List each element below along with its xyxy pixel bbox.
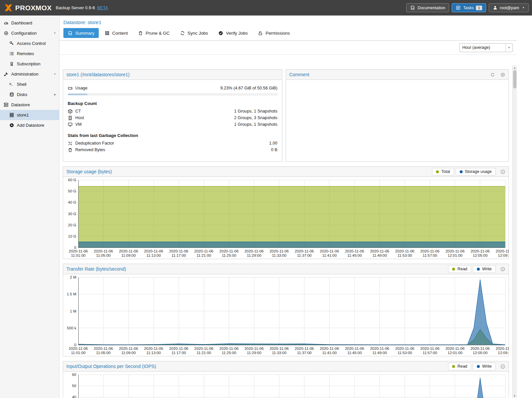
svg-text:11:29:00: 11:29:00: [247, 351, 261, 355]
gc-row-dedup: Deduplication Factor 1.00: [68, 140, 277, 146]
sidebar-item-access-control[interactable]: Access Control: [0, 38, 59, 49]
svg-text:11:53:00: 11:53:00: [398, 253, 412, 257]
svg-text:12:01:00: 12:01:00: [447, 253, 462, 257]
legend-dot: [477, 365, 480, 368]
comment-body[interactable]: [286, 80, 509, 161]
svg-text:11:41:00: 11:41:00: [322, 351, 337, 355]
collapse-icon[interactable]: [500, 169, 505, 174]
user-menu-button[interactable]: root@pam ▼: [489, 3, 529, 12]
legend-item-storage-usage[interactable]: Storage usage: [456, 168, 496, 176]
svg-text:2020-11-06: 2020-11-06: [194, 249, 213, 253]
storage-icon: [9, 113, 14, 117]
svg-text:2020-11-06: 2020-11-06: [496, 347, 509, 350]
beta-link[interactable]: BETA: [97, 5, 108, 10]
collapse-icon[interactable]: [500, 364, 505, 369]
tab-label: Sync Jobs: [188, 31, 208, 36]
svg-text:30 G: 30 G: [68, 212, 76, 216]
scroll-area: store1 (/mnt/datastores/store1) Usage 9.…: [59, 65, 512, 398]
legend-item-write[interactable]: Write: [473, 265, 496, 273]
svg-text:2020-11-06: 2020-11-06: [94, 347, 113, 350]
sidebar-item-datastore[interactable]: Datastore: [0, 100, 59, 110]
svg-text:11:45:00: 11:45:00: [347, 351, 362, 355]
collapse-icon[interactable]: [500, 267, 505, 272]
svg-text:2020-11-06: 2020-11-06: [269, 249, 289, 253]
vertical-scrollbar: ▲ ▼: [512, 65, 517, 398]
timeframe-select[interactable]: Hour (average) ▼: [459, 43, 513, 52]
sidebar-item-label: Shell: [17, 82, 26, 87]
tab-content[interactable]: Content: [100, 28, 132, 38]
iops-title: Input/Output Operations per Second (IOPS…: [66, 364, 156, 369]
count-label: CT: [75, 108, 81, 114]
sidebar-item-store1[interactable]: store1: [0, 110, 59, 120]
sidebar-item-administration[interactable]: Administration ▼: [0, 69, 59, 79]
svg-text:40 G: 40 G: [68, 200, 76, 204]
svg-text:2020-11-06: 2020-11-06: [169, 347, 188, 350]
sidebar-item-subscription[interactable]: Subscription: [0, 59, 59, 69]
expanded-caret-icon[interactable]: ▼: [53, 32, 56, 35]
sidebar-item-shell[interactable]: >_ Shell: [0, 79, 59, 89]
gc-value: 0 B: [271, 147, 277, 153]
sidebar-item-add-datastore[interactable]: Add Datastore: [0, 120, 59, 130]
svg-text:12:05:00: 12:05:00: [473, 351, 488, 355]
reload-icon[interactable]: [490, 72, 495, 77]
compress-icon: [68, 141, 73, 146]
sidebar-item-configuration[interactable]: Configuration ▼: [0, 28, 59, 38]
svg-text:500 k: 500 k: [67, 326, 76, 330]
backup-count-title: Backup Count: [68, 101, 277, 106]
svg-text:2020-11-06: 2020-11-06: [370, 347, 389, 350]
sidebar-item-label: Remotes: [17, 51, 34, 56]
tab-prune-gc[interactable]: Prune & GC: [134, 28, 174, 38]
store-panel-title: store1 (/mnt/datastores/store1): [66, 72, 129, 77]
page-title: Datastore: store1: [59, 16, 517, 26]
tab-verify-jobs[interactable]: Verify Jobs: [214, 28, 252, 38]
sidebar-item-disks[interactable]: Disks ▶: [0, 89, 59, 100]
legend-label: Write: [482, 364, 492, 369]
documentation-button[interactable]: Documentation: [406, 3, 449, 12]
svg-text:50 G: 50 G: [68, 189, 76, 193]
svg-text:2020-11-06: 2020-11-06: [370, 249, 389, 253]
chevron-down-icon[interactable]: ▼: [505, 44, 513, 52]
svg-text:11:21:00: 11:21:00: [196, 253, 211, 257]
iops-chart: 01020304050602020-11-0611:01:002020-11-0…: [63, 372, 509, 398]
legend-item-write[interactable]: Write: [473, 363, 496, 370]
tab-bar: Summary Content Prune & GC Sync Jobs: [59, 26, 517, 41]
legend-dot: [477, 268, 480, 271]
book-icon: [68, 31, 73, 36]
scroll-thumb[interactable]: [513, 70, 516, 88]
tab-permissions[interactable]: Permissions: [254, 28, 294, 38]
svg-text:11:29:00: 11:29:00: [247, 253, 261, 257]
grid-icon: [105, 31, 110, 36]
scroll-down-arrow[interactable]: ▼: [513, 393, 517, 398]
legend-item-read[interactable]: Read: [448, 265, 471, 273]
tab-sync-jobs[interactable]: Sync Jobs: [176, 28, 212, 38]
svg-text:12:01:00: 12:01:00: [447, 351, 462, 355]
legend-item-total[interactable]: Total: [432, 168, 454, 176]
count-label: VM: [75, 121, 82, 127]
svg-text:50: 50: [72, 384, 76, 388]
svg-text:2020-11-06: 2020-11-06: [69, 347, 88, 350]
legend-item-read[interactable]: Read: [448, 363, 471, 370]
scroll-up-arrow[interactable]: ▲: [513, 65, 517, 70]
check-circle-icon: [218, 31, 223, 36]
svg-text:2020-11-06: 2020-11-06: [420, 347, 440, 350]
brand-wordmark: PROXMOX: [15, 4, 52, 12]
sidebar-item-dashboard[interactable]: Dashboard: [0, 18, 59, 28]
gear-icon[interactable]: [500, 72, 505, 77]
gc-row-removed: Removed Bytes 0 B: [68, 147, 277, 153]
svg-text:2020-11-06: 2020-11-06: [345, 249, 364, 253]
svg-text:2020-11-06: 2020-11-06: [471, 347, 490, 350]
tab-summary[interactable]: Summary: [63, 28, 99, 38]
tasks-button[interactable]: Tasks 1: [452, 3, 486, 12]
collapsed-caret-icon[interactable]: ▶: [54, 93, 56, 96]
svg-text:11:53:00: 11:53:00: [398, 351, 412, 355]
count-row-host: Host 2 Groups, 3 Snapshots: [68, 115, 277, 121]
header-actions: Documentation Tasks 1 root@pam ▼: [406, 3, 532, 12]
user-icon: [493, 5, 498, 10]
sidebar-item-label: Dashboard: [11, 20, 32, 25]
sidebar-item-label: Disks: [17, 92, 27, 97]
sidebar-item-remotes[interactable]: Remotes: [0, 49, 59, 59]
expanded-caret-icon[interactable]: ▼: [53, 73, 56, 76]
svg-text:11:37:00: 11:37:00: [297, 351, 312, 355]
svg-text:2020-11-06: 2020-11-06: [269, 347, 289, 350]
svg-text:11:01:00: 11:01:00: [71, 253, 86, 257]
